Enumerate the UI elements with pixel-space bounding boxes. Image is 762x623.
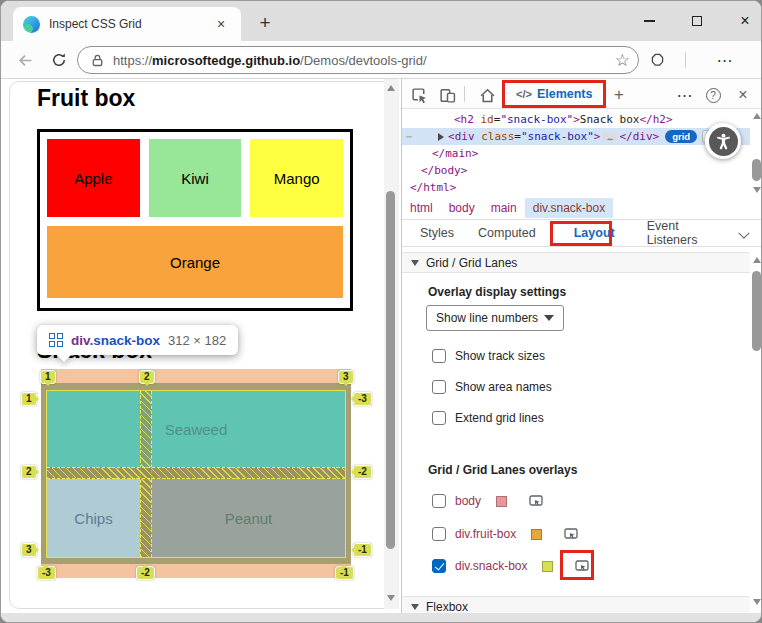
grid-line-badge: 2 bbox=[139, 370, 155, 384]
breadcrumb-body[interactable]: body bbox=[441, 198, 483, 218]
devtools-panel: </> Elements + ⋯ ? × <h2 id="snack-box">… bbox=[401, 79, 762, 613]
grid-icon bbox=[49, 333, 63, 347]
dom-line-main-close[interactable]: </main> bbox=[402, 145, 750, 162]
dom-scrollbar[interactable] bbox=[750, 109, 762, 197]
dom-scrollbar-thumb[interactable] bbox=[752, 159, 761, 181]
grid-overlay: Seaweed Chips Peanut 1 2 3 1 2 3 -3 -2 -… bbox=[37, 367, 353, 583]
tab-event-listeners[interactable]: Event Listeners bbox=[635, 219, 741, 247]
devtools-help-button[interactable]: ? bbox=[702, 84, 724, 106]
scroll-up-icon[interactable] bbox=[387, 85, 395, 91]
overlay-row-fruit-box[interactable]: div.fruit-box bbox=[432, 526, 579, 542]
close-icon: × bbox=[738, 87, 747, 103]
expand-arrow-icon[interactable] bbox=[438, 133, 444, 141]
title-bar: Inspect CSS Grid × + × bbox=[1, 1, 762, 41]
layout-scrollbar[interactable] bbox=[750, 247, 762, 613]
show-track-sizes-checkbox[interactable] bbox=[432, 349, 446, 363]
lock-icon bbox=[90, 53, 105, 68]
address-bar[interactable]: https://microsoftedge.github.io/Demos/de… bbox=[77, 46, 639, 74]
overlay-row-body[interactable]: body bbox=[432, 493, 544, 509]
fruit-cell-mango: Mango bbox=[250, 139, 343, 217]
checkbox-row-extend-lines[interactable]: Extend grid lines bbox=[432, 411, 544, 425]
back-button[interactable] bbox=[13, 48, 37, 72]
devtools-new-tab-button[interactable]: + bbox=[608, 84, 630, 106]
grid-line-badge: -2 bbox=[136, 566, 155, 580]
show-overlay-button[interactable] bbox=[528, 493, 544, 509]
tab-title: Inspect CSS Grid bbox=[49, 17, 211, 31]
back-icon bbox=[17, 52, 34, 69]
overlay-settings-heading: Overlay display settings bbox=[428, 285, 566, 299]
accessibility-widget[interactable] bbox=[705, 123, 741, 159]
close-button[interactable]: × bbox=[730, 9, 760, 33]
overlay-color-swatch[interactable] bbox=[542, 561, 553, 572]
grid-line-badge: -2 bbox=[353, 465, 372, 479]
show-overlay-button[interactable] bbox=[574, 558, 590, 574]
collapse-triangle-icon bbox=[411, 604, 419, 610]
fruit-box-overlay-checkbox[interactable] bbox=[432, 527, 446, 541]
grid-badge[interactable]: grid bbox=[665, 130, 697, 143]
checkbox-row-track-sizes[interactable]: Show track sizes bbox=[432, 349, 545, 363]
grid-line-badge: -1 bbox=[353, 543, 372, 557]
section-grid-lanes[interactable]: Grid / Grid Lanes bbox=[402, 252, 750, 273]
fruit-cell-kiwi: Kiwi bbox=[149, 139, 242, 217]
show-overlay-button[interactable] bbox=[563, 526, 579, 542]
inspect-icon bbox=[574, 558, 590, 574]
inspect-icon bbox=[528, 493, 544, 509]
checkbox-label: Extend grid lines bbox=[455, 411, 544, 425]
dom-line-snack-box-selected[interactable]: ⋯ <div class="snack-box"> … </div> grid bbox=[402, 128, 750, 145]
breadcrumb: html body main div.snack-box bbox=[402, 197, 762, 220]
devtools-toolbar: </> Elements + ⋯ ? × bbox=[402, 79, 762, 109]
show-area-names-checkbox[interactable] bbox=[432, 380, 446, 394]
breadcrumb-main[interactable]: main bbox=[483, 198, 525, 218]
sidebar-tabs: Styles Computed Layout Event Listeners bbox=[402, 220, 762, 247]
scroll-down-icon[interactable] bbox=[387, 595, 395, 601]
favorites-star-icon[interactable]: ☆ bbox=[615, 50, 630, 71]
minimize-button[interactable] bbox=[634, 9, 664, 33]
hidden-content-marker: ⋯ bbox=[406, 131, 412, 142]
devtools-close-button[interactable]: × bbox=[732, 84, 754, 106]
tab-layout[interactable]: Layout bbox=[562, 226, 627, 240]
tab-styles[interactable]: Styles bbox=[408, 226, 466, 240]
devtools-more-button[interactable]: ⋯ bbox=[674, 84, 696, 106]
overlay-color-swatch[interactable] bbox=[496, 496, 507, 507]
dom-line-h2[interactable]: <h2 id="snack-box">Snack box</h2> bbox=[402, 111, 750, 128]
inspect-element-button[interactable] bbox=[408, 84, 430, 106]
layout-scrollbar-thumb[interactable] bbox=[752, 271, 761, 351]
line-numbers-dropdown[interactable]: Show line numbers bbox=[426, 305, 564, 331]
settings-menu-button[interactable]: ⋯ bbox=[713, 48, 737, 72]
inline-ellipsis-button[interactable]: … bbox=[602, 132, 617, 141]
overlay-row-snack-box[interactable]: div.snack-box bbox=[432, 558, 590, 574]
extend-grid-lines-checkbox[interactable] bbox=[432, 411, 446, 425]
home-button[interactable] bbox=[476, 84, 498, 106]
breadcrumb-div-snack-box[interactable]: div.snack-box bbox=[525, 198, 613, 218]
minimize-icon bbox=[644, 20, 655, 22]
checkbox-row-area-names[interactable]: Show area names bbox=[432, 380, 552, 394]
scroll-up-icon[interactable] bbox=[753, 113, 761, 119]
elements-tab-label: Elements bbox=[537, 87, 593, 101]
new-tab-button[interactable]: + bbox=[253, 11, 277, 35]
grid-line-badge: 1 bbox=[21, 392, 37, 406]
body-overlay-checkbox[interactable] bbox=[432, 494, 446, 508]
fruit-box-container: Apple Kiwi Mango Orange bbox=[37, 129, 353, 311]
page-scrollbar-thumb[interactable] bbox=[386, 191, 395, 549]
refresh-button[interactable] bbox=[47, 48, 71, 72]
dom-line-html-close[interactable]: </html> bbox=[402, 179, 750, 196]
device-emulation-icon bbox=[439, 87, 456, 104]
page-scrollbar[interactable] bbox=[384, 79, 399, 609]
maximize-button[interactable] bbox=[682, 9, 712, 33]
device-emulation-button[interactable] bbox=[436, 84, 458, 106]
browser-tab[interactable]: Inspect CSS Grid × bbox=[13, 7, 241, 41]
scroll-up-icon[interactable] bbox=[753, 257, 761, 263]
tab-elements[interactable]: </> Elements bbox=[508, 79, 601, 108]
dom-tree: <h2 id="snack-box">Snack box</h2> ⋯ <div… bbox=[402, 109, 762, 197]
tab-close-icon[interactable]: × bbox=[211, 14, 231, 34]
breadcrumb-html[interactable]: html bbox=[402, 198, 441, 218]
tab-computed[interactable]: Computed bbox=[466, 226, 548, 240]
scroll-down-icon[interactable] bbox=[753, 599, 761, 605]
scroll-down-icon[interactable] bbox=[753, 187, 761, 193]
browser-essentials-button[interactable] bbox=[645, 48, 669, 72]
snack-box-overlay-checkbox[interactable] bbox=[432, 559, 446, 573]
window-bottom-edge bbox=[1, 613, 762, 623]
maximize-icon bbox=[692, 16, 702, 26]
overlay-color-swatch[interactable] bbox=[531, 529, 542, 540]
dom-line-body-close[interactable]: </body> bbox=[402, 162, 750, 179]
